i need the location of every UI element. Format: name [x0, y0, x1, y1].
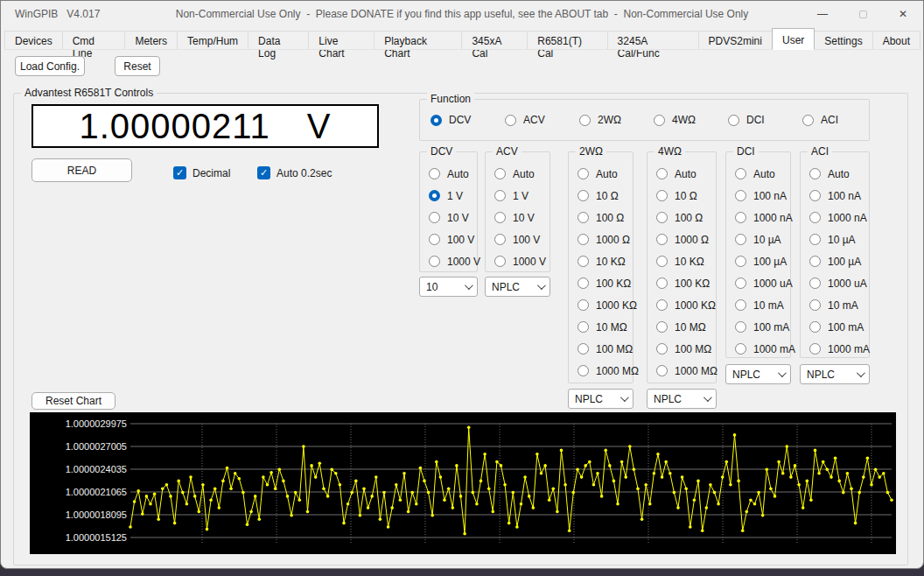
- radio-function-2w[interactable]: 2WΩ: [579, 114, 621, 126]
- radio-acv-10-v[interactable]: 10 V: [486, 207, 550, 228]
- radio-4w-100-m[interactable]: 100 MΩ: [648, 338, 716, 360]
- dropdown-value: NPLC: [492, 281, 537, 293]
- tab-345xa-cal[interactable]: 345xA Cal: [461, 31, 528, 50]
- tab-meters[interactable]: Meters: [124, 31, 178, 50]
- dropdown-dci-nplc[interactable]: NPLC: [725, 364, 791, 384]
- radio-function-acv[interactable]: ACV: [505, 114, 545, 126]
- close-icon[interactable]: ✕: [883, 1, 923, 27]
- radio-label: 100 nA: [753, 190, 787, 202]
- dropdown-2w-nplc[interactable]: NPLC: [568, 389, 634, 409]
- radio-label: 100 V: [513, 234, 540, 246]
- radio-aci-10-a[interactable]: 10 µA: [801, 228, 869, 250]
- maximize-icon[interactable]: [843, 1, 883, 27]
- radio-4w-100[interactable]: 100 Ω: [648, 207, 716, 228]
- radio-acv-100-v[interactable]: 100 V: [486, 228, 550, 250]
- radio-2w-1000-m[interactable]: 1000 MΩ: [569, 360, 633, 382]
- read-button[interactable]: READ: [32, 158, 132, 182]
- tab-settings[interactable]: Settings: [814, 31, 872, 50]
- radio-icon: [809, 343, 821, 355]
- radio-acv-1-v[interactable]: 1 V: [486, 185, 550, 207]
- radio-dcv-auto[interactable]: Auto: [420, 163, 477, 185]
- radio-aci-auto[interactable]: Auto: [801, 163, 869, 185]
- radio-4w-1000-k[interactable]: 1000 KΩ: [648, 294, 716, 316]
- radio-label: Auto: [513, 168, 535, 180]
- radio-4w-10-m[interactable]: 10 MΩ: [648, 316, 716, 338]
- radio-icon: [656, 321, 668, 333]
- radio-2w-10-m[interactable]: 10 MΩ: [569, 316, 633, 338]
- radio-4w-10[interactable]: 10 Ω: [648, 185, 716, 207]
- radio-function-dci[interactable]: DCI: [728, 114, 765, 126]
- radio-icon: [809, 168, 821, 179]
- dropdown-4w-nplc[interactable]: NPLC: [647, 389, 717, 409]
- radio-aci-1000-ua[interactable]: 1000 uA: [801, 272, 869, 294]
- dropdown-dcv-nplc[interactable]: 10: [419, 277, 478, 297]
- radio-aci-100-na[interactable]: 100 nA: [801, 185, 869, 207]
- radio-4w-auto[interactable]: Auto: [648, 163, 716, 185]
- dropdown-acv-nplc[interactable]: NPLC: [485, 277, 550, 297]
- tab-3245a-cal-func[interactable]: 3245A Cal/Func: [607, 31, 699, 50]
- checkbox-auto-read[interactable]: ✓ Auto 0.2sec: [257, 166, 332, 179]
- radio-dci-10-ma[interactable]: 10 mA: [726, 294, 790, 316]
- tab-temp-hum[interactable]: Temp/Hum: [177, 31, 248, 50]
- tab-live-chart[interactable]: Live Chart: [308, 31, 374, 50]
- radio-2w-10[interactable]: 10 Ω: [569, 185, 633, 207]
- radio-icon: [735, 277, 746, 289]
- chevron-down-icon: [620, 393, 629, 402]
- radio-function-4w[interactable]: 4WΩ: [654, 114, 696, 126]
- tab-r6581-t-cal[interactable]: R6581(T) Cal: [527, 31, 607, 50]
- radio-aci-100-a[interactable]: 100 µA: [801, 250, 869, 272]
- dropdown-aci-nplc[interactable]: NPLC: [800, 364, 870, 384]
- radio-acv-auto[interactable]: Auto: [486, 163, 550, 185]
- radio-aci-1000-ma[interactable]: 1000 mA: [801, 338, 869, 360]
- radio-4w-1000[interactable]: 1000 Ω: [648, 228, 716, 250]
- radio-dci-100-a[interactable]: 100 µA: [726, 250, 790, 272]
- minimize-icon[interactable]: —: [802, 1, 843, 27]
- radio-2w-100[interactable]: 100 Ω: [569, 207, 633, 228]
- radio-dcv-1-v[interactable]: 1 V: [420, 185, 477, 207]
- radio-4w-1000-m[interactable]: 1000 MΩ: [648, 360, 716, 382]
- radio-dcv-100-v[interactable]: 100 V: [420, 228, 477, 250]
- tab-about[interactable]: About: [872, 31, 920, 50]
- reset-chart-button[interactable]: Reset Chart: [32, 392, 116, 410]
- checkbox-decimal[interactable]: ✓ Decimal: [173, 166, 230, 179]
- radio-dci-auto[interactable]: Auto: [726, 163, 790, 185]
- radio-aci-1000-na[interactable]: 1000 nA: [801, 207, 869, 228]
- tab-playback-chart[interactable]: Playback Chart: [374, 31, 462, 50]
- tab-devices[interactable]: Devices: [4, 31, 63, 50]
- radio-4w-10-k[interactable]: 10 KΩ: [648, 250, 716, 272]
- radio-function-aci[interactable]: ACI: [802, 114, 838, 126]
- radio-aci-10-ma[interactable]: 10 mA: [801, 294, 869, 316]
- tab-cmd-line[interactable]: Cmd Line: [62, 31, 126, 50]
- radio-2w-100-m[interactable]: 100 MΩ: [569, 338, 633, 360]
- radio-dci-100-na[interactable]: 100 nA: [726, 185, 790, 207]
- y-axis-tick-label: 1.0000029975: [66, 418, 127, 429]
- radio-2w-1000[interactable]: 1000 Ω: [569, 228, 633, 250]
- radio-aci-100-ma[interactable]: 100 mA: [801, 316, 869, 338]
- reset-button[interactable]: Reset: [115, 56, 160, 76]
- tab-data-log[interactable]: Data Log: [248, 31, 309, 50]
- radio-dci-1000-na[interactable]: 1000 nA: [726, 207, 790, 228]
- radio-icon: [735, 321, 746, 333]
- tab-pdvs2mini[interactable]: PDVS2mini: [698, 31, 773, 50]
- radio-2w-100-k[interactable]: 100 KΩ: [569, 272, 633, 294]
- radio-dci-10-a[interactable]: 10 µA: [726, 228, 790, 250]
- radio-dcv-1000-v[interactable]: 1000 V: [420, 250, 477, 272]
- radio-2w-10-k[interactable]: 10 KΩ: [569, 250, 633, 272]
- radio-label: 1000 MΩ: [596, 365, 639, 377]
- tab-user[interactable]: User: [772, 28, 815, 50]
- radio-2w-auto[interactable]: Auto: [569, 163, 633, 185]
- radio-dcv-10-v[interactable]: 10 V: [420, 207, 477, 228]
- chevron-down-icon: [857, 369, 865, 377]
- radio-dci-1000-ua[interactable]: 1000 uA: [726, 272, 790, 294]
- radio-dci-1000-ma[interactable]: 1000 mA: [726, 338, 790, 360]
- load-config-button[interactable]: Load Config.: [15, 56, 85, 76]
- radio-dci-100-ma[interactable]: 100 mA: [726, 316, 790, 338]
- radio-acv-1000-v[interactable]: 1000 V: [486, 250, 550, 272]
- radio-4w-100-k[interactable]: 100 KΩ: [648, 272, 716, 294]
- radio-2w-1000-k[interactable]: 1000 KΩ: [569, 294, 633, 316]
- radio-label: 10 MΩ: [675, 321, 706, 334]
- radio-label: Auto: [596, 168, 618, 180]
- radio-icon: [656, 277, 668, 289]
- dropdown-value: NPLC: [732, 369, 778, 381]
- radio-function-dcv[interactable]: DCV: [430, 114, 471, 126]
